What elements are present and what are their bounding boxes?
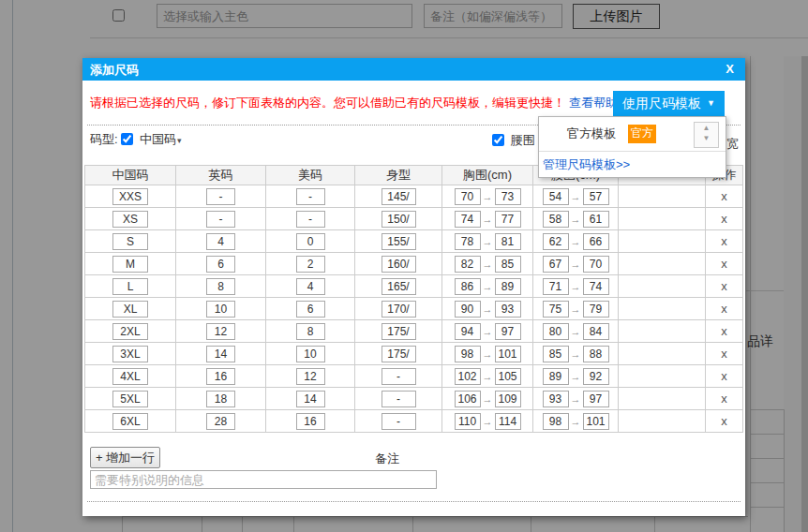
waist-from-input[interactable] <box>543 346 569 362</box>
delete-row-button[interactable]: x <box>721 392 727 406</box>
waist-from-input[interactable] <box>543 233 569 250</box>
delete-row-button[interactable]: x <box>721 324 727 338</box>
cn-size-input[interactable] <box>112 391 148 407</box>
bust-to-input[interactable] <box>495 278 521 295</box>
waist-from-input[interactable] <box>543 413 569 430</box>
delete-row-button[interactable]: x <box>721 347 727 361</box>
uk-size-input[interactable] <box>206 413 235 430</box>
bust-to-input[interactable] <box>495 188 521 205</box>
cn-size-input[interactable] <box>112 233 148 250</box>
bust-from-input[interactable] <box>455 301 481 318</box>
bust-to-input[interactable] <box>495 368 521 385</box>
delete-row-button[interactable]: x <box>721 212 727 226</box>
cn-size-input[interactable] <box>112 256 148 273</box>
delete-row-button[interactable]: x <box>721 257 727 271</box>
bust-to-input[interactable] <box>495 413 521 430</box>
template-dropdown-item[interactable]: 官方模板 官方 ▲ ▼ <box>539 117 726 151</box>
waist-from-input[interactable] <box>543 211 569 228</box>
us-size-input[interactable] <box>296 413 325 430</box>
body-type-input[interactable] <box>382 323 416 340</box>
waist-from-input[interactable] <box>543 301 569 318</box>
bust-from-input[interactable] <box>455 211 481 228</box>
waist-from-input[interactable] <box>543 368 569 385</box>
waist-from-input[interactable] <box>543 256 569 273</box>
cn-size-input[interactable] <box>112 368 148 385</box>
uk-size-input[interactable] <box>206 188 235 205</box>
delete-row-button[interactable]: x <box>721 369 727 383</box>
us-size-input[interactable] <box>296 256 325 273</box>
bust-to-input[interactable] <box>495 323 521 340</box>
bust-from-input[interactable] <box>455 391 481 407</box>
waist-to-input[interactable] <box>583 391 609 407</box>
cn-size-input[interactable] <box>112 278 148 295</box>
delete-row-button[interactable]: x <box>721 189 727 203</box>
us-size-input[interactable] <box>296 233 325 250</box>
bust-to-input[interactable] <box>495 301 521 318</box>
cn-size-input[interactable] <box>112 188 148 205</box>
bust-to-input[interactable] <box>495 256 521 273</box>
bust-to-input[interactable] <box>495 211 521 228</box>
cn-size-input[interactable] <box>112 346 148 362</box>
cn-size-input[interactable] <box>112 413 148 430</box>
china-size-label[interactable]: 中国码 <box>140 132 176 146</box>
us-size-input[interactable] <box>296 188 325 205</box>
cn-size-input[interactable] <box>112 211 148 228</box>
body-type-input[interactable] <box>382 413 416 430</box>
bust-from-input[interactable] <box>455 413 481 430</box>
us-size-input[interactable] <box>296 346 325 362</box>
us-size-input[interactable] <box>296 278 325 295</box>
waist-to-input[interactable] <box>583 368 609 385</box>
body-type-input[interactable] <box>382 346 416 362</box>
bust-from-input[interactable] <box>455 368 481 385</box>
waist-to-input[interactable] <box>583 211 609 228</box>
delete-row-button[interactable]: x <box>721 414 727 428</box>
uk-size-input[interactable] <box>206 323 235 340</box>
us-size-input[interactable] <box>296 301 325 318</box>
bust-from-input[interactable] <box>455 323 481 340</box>
close-icon[interactable]: X <box>726 62 734 76</box>
official-template-label[interactable]: 官方模板 <box>567 126 616 142</box>
waist-to-input[interactable] <box>583 188 609 205</box>
waist-to-input[interactable] <box>583 278 609 295</box>
waist-from-input[interactable] <box>543 323 569 340</box>
us-size-input[interactable] <box>296 211 325 228</box>
bust-from-input[interactable] <box>455 256 481 273</box>
uk-size-input[interactable] <box>206 233 235 250</box>
body-type-input[interactable] <box>382 278 416 295</box>
manage-templates-link[interactable]: 管理尺码模板>> <box>543 156 630 173</box>
uk-size-input[interactable] <box>206 256 235 273</box>
bust-from-input[interactable] <box>455 188 481 205</box>
dropdown-scroll-spinner[interactable]: ▲ ▼ <box>694 122 719 148</box>
uk-size-input[interactable] <box>206 368 235 385</box>
add-row-button[interactable]: + 增加一行 <box>90 447 160 468</box>
body-type-input[interactable] <box>382 391 416 407</box>
china-size-checkbox[interactable] <box>121 133 133 145</box>
body-type-input[interactable] <box>382 301 416 318</box>
body-type-input[interactable] <box>382 256 416 273</box>
bust-to-input[interactable] <box>495 391 521 407</box>
delete-row-button[interactable]: x <box>721 234 727 248</box>
uk-size-input[interactable] <box>206 301 235 318</box>
bust-from-input[interactable] <box>455 278 481 295</box>
uk-size-input[interactable] <box>206 346 235 362</box>
waist-to-input[interactable] <box>583 256 609 273</box>
waist-from-input[interactable] <box>543 188 569 205</box>
waist-from-input[interactable] <box>543 278 569 295</box>
waist-to-input[interactable] <box>583 346 609 362</box>
cn-size-input[interactable] <box>112 323 148 340</box>
cn-size-input[interactable] <box>112 301 148 318</box>
bust-to-input[interactable] <box>495 233 521 250</box>
us-size-input[interactable] <box>296 323 325 340</box>
uk-size-input[interactable] <box>206 211 235 228</box>
delete-row-button[interactable]: x <box>721 302 727 316</box>
waist-to-input[interactable] <box>583 233 609 250</box>
use-size-template-button[interactable]: 使用尺码模板 ▼ <box>613 91 725 116</box>
us-size-input[interactable] <box>296 391 325 407</box>
waist-checkbox[interactable] <box>492 134 504 146</box>
waist-to-input[interactable] <box>583 413 609 430</box>
body-type-input[interactable] <box>382 188 416 205</box>
uk-size-input[interactable] <box>206 391 235 407</box>
us-size-input[interactable] <box>296 368 325 385</box>
waist-to-input[interactable] <box>583 301 609 318</box>
bust-to-input[interactable] <box>495 346 521 362</box>
